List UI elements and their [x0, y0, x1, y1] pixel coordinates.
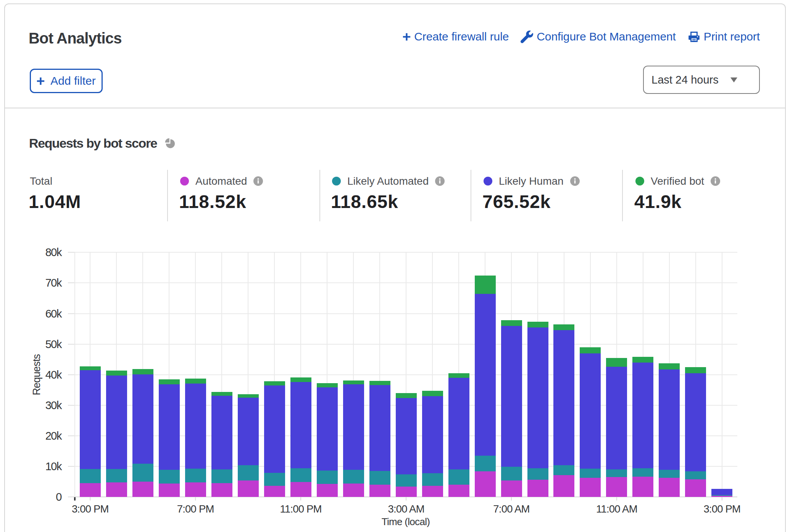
svg-text:Time (local): Time (local): [382, 516, 430, 527]
svg-text:20k: 20k: [45, 430, 62, 442]
svg-text:11:00 AM: 11:00 AM: [596, 503, 637, 515]
svg-text:0: 0: [56, 491, 61, 503]
svg-text:7:00 PM: 7:00 PM: [177, 503, 214, 515]
svg-text:3:00 PM: 3:00 PM: [72, 503, 109, 515]
svg-text:70k: 70k: [45, 277, 62, 289]
svg-text:11:00 PM: 11:00 PM: [280, 503, 321, 515]
svg-text:80k: 80k: [45, 246, 62, 258]
svg-text:Requests: Requests: [31, 354, 42, 395]
svg-text:7:00 AM: 7:00 AM: [493, 503, 529, 515]
svg-text:3:00 PM: 3:00 PM: [703, 503, 740, 515]
svg-text:40k: 40k: [45, 369, 62, 381]
svg-text:30k: 30k: [45, 399, 62, 411]
svg-text:50k: 50k: [45, 338, 62, 350]
svg-text:10k: 10k: [45, 460, 62, 472]
svg-text:60k: 60k: [45, 308, 62, 320]
svg-text:3:00 AM: 3:00 AM: [388, 503, 424, 515]
